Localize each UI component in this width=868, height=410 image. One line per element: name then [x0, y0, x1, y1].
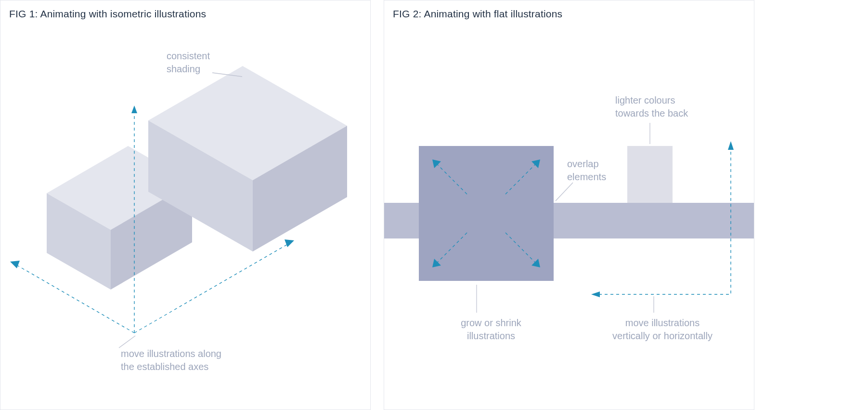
svg-rect-16 — [419, 146, 554, 281]
annot-consistent-shading: consistent shading — [167, 50, 210, 76]
svg-line-13 — [119, 336, 135, 348]
annot-move-illustrations: move illustrations vertically or horizon… — [600, 317, 725, 343]
svg-marker-9 — [131, 106, 137, 113]
annot-axes: move illustrations along the established… — [121, 347, 221, 373]
figure-1-panel: FIG 1: Animating with isometric illustra… — [0, 0, 371, 410]
svg-line-28 — [556, 183, 573, 201]
figure-2-panel: FIG 2: Animating with flat illustrations — [384, 0, 754, 410]
svg-marker-11 — [285, 239, 294, 247]
annot-overlap-elements: overlap elements — [567, 158, 606, 184]
svg-rect-15 — [627, 146, 673, 203]
annot-lighter-colours: lighter colours towards the back — [615, 94, 688, 120]
svg-marker-26 — [591, 291, 600, 297]
annot-grow-shrink: grow or shrink illustrations — [443, 317, 539, 343]
svg-marker-10 — [10, 261, 20, 268]
flat-illustration — [384, 0, 754, 410]
svg-marker-25 — [728, 141, 734, 150]
